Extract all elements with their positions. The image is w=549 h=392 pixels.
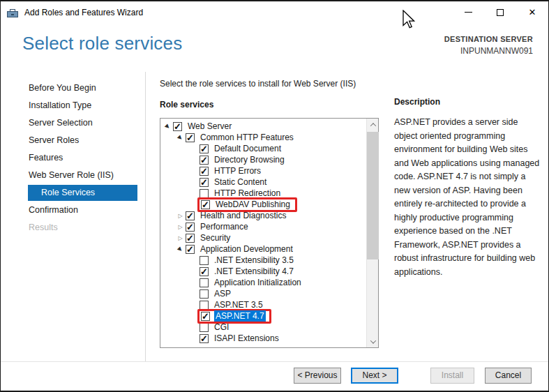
tree-item-label[interactable]: ASP [213, 288, 232, 299]
tree-row-web-server[interactable]: ▶✓Web Server [160, 121, 366, 132]
checkbox-directory-browsing[interactable]: ✓ [200, 156, 209, 165]
tree-row-directory-browsing[interactable]: ✓Directory Browsing [160, 154, 366, 165]
tree-row-isapi-extensions[interactable]: ✓ISAPI Extensions [160, 333, 366, 344]
tree-item-label[interactable]: Default Document [213, 143, 283, 154]
row-content: ✓HTTP Errors [200, 165, 262, 176]
tree-row-asp[interactable]: ASP [160, 288, 366, 299]
tree-item-label[interactable]: Application Initialization [213, 277, 303, 288]
tree-item-label[interactable]: .NET Extensibility 4.7 [213, 266, 295, 277]
tree-row-asp.net-4.7[interactable]: ✓ASP.NET 4.7 [160, 310, 366, 322]
window-title: Add Roles and Features Wizard [24, 8, 143, 17]
tree-row-security[interactable]: ▷✓Security [160, 232, 366, 243]
tree-item-label[interactable]: Application Development [199, 243, 294, 255]
row-content: .NET Extensibility 3.5 [200, 255, 295, 266]
wizard-window: Add Roles and Features Wizard ✕ Select r… [0, 0, 549, 392]
sidebar-item-web-server-role-iis[interactable]: Web Server Role (IIS) [1, 167, 145, 184]
row-content: ASP [200, 288, 232, 299]
install-button: Install [430, 368, 474, 384]
tree-expanded-triangle-icon[interactable]: ▶ [174, 243, 186, 255]
row-content: Application Initialization [200, 277, 303, 288]
tree-item-label[interactable]: Security [199, 232, 232, 243]
tree-collapsed-triangle-icon[interactable]: ▷ [175, 224, 186, 230]
tree-row-webdav-publishing[interactable]: ✓WebDAV Publishing [160, 199, 366, 210]
checkbox-asp.net-4.7[interactable]: ✓ [201, 312, 210, 321]
tree-row-performance[interactable]: ▷✓Performance [160, 221, 366, 232]
checkbox-performance[interactable]: ✓ [186, 223, 195, 232]
row-content: ✓Security [186, 232, 232, 243]
checkbox-security[interactable]: ✓ [186, 234, 195, 243]
tree-row-application-development[interactable]: ▶✓Application Development [160, 243, 366, 255]
checkbox-application-development[interactable]: ✓ [186, 245, 195, 254]
checkbox-static-content[interactable]: ✓ [200, 178, 209, 187]
maximize-icon [497, 9, 504, 16]
tree-item-label[interactable]: ASP.NET 4.7 [214, 310, 266, 322]
sidebar-item-before-you-begin[interactable]: Before You Begin [1, 80, 145, 97]
scroll-down-button[interactable] [367, 336, 379, 347]
tree-row-.net-extensibility-3.5[interactable]: .NET Extensibility 3.5 [160, 255, 366, 266]
maximize-button[interactable] [484, 1, 516, 23]
minimize-icon [465, 12, 472, 13]
checkbox-webdav-publishing[interactable]: ✓ [201, 200, 210, 209]
description-text: ASP.NET provides a server side object or… [394, 116, 542, 279]
checkbox-isapi-extensions[interactable]: ✓ [200, 334, 209, 343]
tree-item-label[interactable]: Web Server [186, 121, 233, 132]
next-button[interactable]: Next > [351, 368, 398, 384]
tree-item-label[interactable]: HTTP Errors [213, 165, 262, 176]
tree-item-label[interactable]: .NET Extensibility 3.5 [213, 255, 295, 266]
destination-server-block: DESTINATION SERVER INPUNMANNW091 [444, 35, 533, 56]
tree-row-application-initialization[interactable]: Application Initialization [160, 277, 366, 288]
scroll-up-button[interactable] [367, 119, 379, 130]
tree-item-label[interactable]: Common HTTP Features [199, 132, 295, 143]
row-content: ✓.NET Extensibility 4.7 [200, 266, 295, 277]
checkbox-.net-extensibility-4.7[interactable]: ✓ [200, 267, 209, 276]
scrollbar-thumb[interactable] [367, 132, 379, 259]
checkbox-asp.net-3.5[interactable] [200, 301, 209, 310]
tree-collapsed-triangle-icon[interactable]: ▷ [175, 235, 186, 241]
window-controls: ✕ [452, 1, 548, 23]
tree-row-static-content[interactable]: ✓Static Content [160, 176, 366, 188]
instruction-text: Select the role services to install for … [160, 79, 356, 89]
sidebar-item-role-services[interactable]: Role Services [28, 185, 137, 201]
sidebar-item-features[interactable]: Features [1, 149, 145, 167]
checkbox-application-initialization[interactable] [200, 278, 209, 287]
previous-button[interactable]: < Previous [294, 368, 341, 384]
tree-item-label[interactable]: WebDAV Publishing [214, 199, 292, 210]
vertical-scrollbar[interactable] [366, 119, 378, 347]
row-content: ✓Static Content [200, 176, 268, 188]
minimize-button[interactable] [452, 1, 484, 23]
tree-row-http-errors[interactable]: ✓HTTP Errors [160, 165, 366, 176]
page-title: Select role services [22, 33, 182, 54]
tree-expanded-triangle-icon[interactable]: ▶ [162, 121, 174, 133]
tree-item-label[interactable]: Directory Browsing [213, 154, 286, 165]
role-services-listbox: ▶✓Web Server▶✓Common HTTP Features✓Defau… [160, 118, 379, 348]
chevron-up-icon [370, 123, 375, 128]
tree-expanded-triangle-icon[interactable]: ▶ [174, 132, 186, 144]
tree-collapsed-triangle-icon[interactable]: ▷ [175, 213, 186, 219]
server-name: INPUNMANNW091 [444, 46, 533, 56]
tree-row-default-document[interactable]: ✓Default Document [160, 143, 366, 154]
sidebar-item-installation-type[interactable]: Installation Type [1, 97, 145, 114]
sidebar-item-confirmation[interactable]: Confirmation [1, 202, 145, 219]
checkbox-http-errors[interactable]: ✓ [200, 167, 209, 176]
sidebar-item-server-selection[interactable]: Server Selection [1, 114, 145, 132]
sidebar-item-server-roles[interactable]: Server Roles [1, 132, 145, 149]
tree-row-.net-extensibility-4.7[interactable]: ✓.NET Extensibility 4.7 [160, 266, 366, 277]
tree-item-label[interactable]: ISAPI Extensions [213, 333, 280, 344]
checkbox-common-http-features[interactable]: ✓ [186, 133, 195, 142]
tree-item-label[interactable]: Performance [199, 221, 250, 232]
tree-item-label[interactable]: Static Content [213, 176, 268, 188]
checkbox-http-redirection[interactable] [200, 189, 209, 198]
checkbox-asp[interactable] [200, 289, 209, 299]
red-highlight-box: ✓ASP.NET 4.7 [197, 309, 271, 324]
tree-row-common-http-features[interactable]: ▶✓Common HTTP Features [160, 132, 366, 143]
checkbox-cgi[interactable] [200, 323, 209, 332]
checkbox-default-document[interactable]: ✓ [200, 144, 209, 153]
checkbox-health-and-diagnostics[interactable]: ✓ [186, 211, 195, 220]
close-button[interactable]: ✕ [516, 1, 548, 23]
footer-bar: < PreviousNext >InstallCancel [1, 361, 548, 391]
description-title: Description [394, 97, 542, 107]
row-content: ✓Default Document [200, 143, 283, 154]
checkbox-.net-extensibility-3.5[interactable] [200, 256, 209, 265]
cancel-button[interactable]: Cancel [485, 368, 532, 384]
checkbox-web-server[interactable]: ✓ [173, 122, 182, 131]
